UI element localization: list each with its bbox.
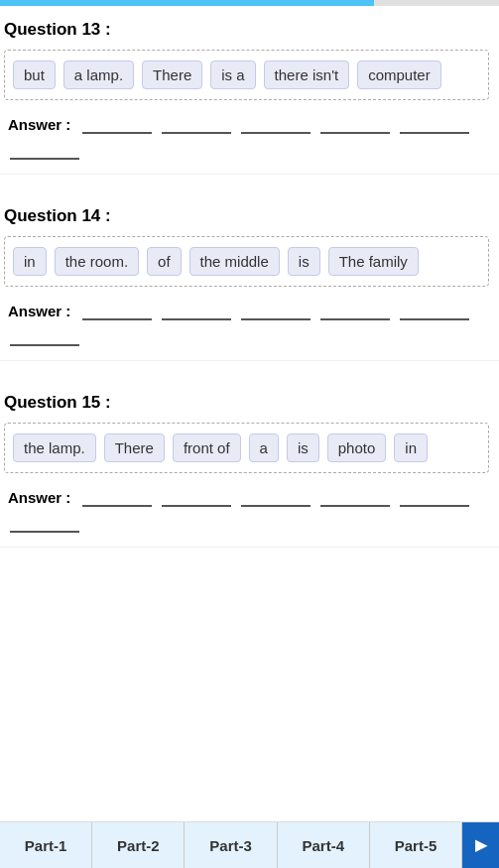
question-14-title: Question 14 : [4,206,489,226]
answer-14-blank-1[interactable] [82,301,152,320]
question-15-answer-row: Answer : [4,481,489,537]
answer-15-blank-5[interactable] [400,487,469,507]
word-tag[interactable]: photo [327,434,387,462]
word-tag[interactable]: the middle [189,247,280,276]
answer-14-blank-6[interactable] [10,326,79,346]
answer-13-blank-5[interactable] [400,114,469,134]
word-tag[interactable]: of [147,247,182,276]
answer-14-blank-2[interactable] [162,301,231,320]
word-tag[interactable]: a [249,434,279,462]
word-tag[interactable]: is [288,247,320,276]
question-15-title: Question 15 : [4,393,489,413]
nav-btn-part2[interactable]: Part-2 [92,822,185,868]
question-15-word-bank: the lamp. There front of a is photo in [4,423,489,473]
progress-bar-container [0,0,499,6]
answer-13-blank-2[interactable] [162,114,231,134]
answer-15-blank-6[interactable] [10,513,79,533]
question-13-word-bank: but a lamp. There is a there isn't compu… [4,50,489,100]
word-tag[interactable]: is [287,434,319,462]
question-13-block: Question 13 : but a lamp. There is a the… [0,6,499,175]
word-tag[interactable]: there isn't [264,61,350,89]
answer-15-blank-2[interactable] [162,487,231,507]
word-tag[interactable]: the room. [55,247,139,276]
answer-14-blank-5[interactable] [400,301,469,320]
question-15-block: Question 15 : the lamp. There front of a… [0,379,499,548]
word-tag[interactable]: in [13,247,47,276]
word-tag[interactable]: front of [173,434,241,462]
word-tag[interactable]: in [394,434,428,462]
answer-15-blank-3[interactable] [241,487,311,507]
question-13-title: Question 13 : [4,20,489,40]
answer-14-blank-3[interactable] [241,301,311,320]
word-tag[interactable]: There [142,61,202,89]
answer-15-label: Answer : [8,489,70,506]
answer-15-blank-1[interactable] [82,487,152,507]
answer-14-label: Answer : [8,303,70,319]
nav-btn-more[interactable]: ▶ [462,822,499,868]
answer-13-label: Answer : [8,116,70,133]
answer-13-blank-1[interactable] [82,114,152,134]
question-14-word-bank: in the room. of the middle is The family [4,236,489,287]
answer-13-blank-6[interactable] [10,140,79,160]
question-13-answer-row: Answer : [4,108,489,164]
answer-15-blank-4[interactable] [320,487,390,507]
nav-btn-part5[interactable]: Part-5 [370,822,462,868]
answer-14-blank-4[interactable] [320,301,390,320]
word-tag[interactable]: There [104,434,165,462]
question-14-block: Question 14 : in the room. of the middle… [0,192,499,361]
nav-btn-part4[interactable]: Part-4 [278,822,370,868]
progress-bar-fill [0,0,374,6]
word-tag[interactable]: The family [328,247,419,276]
word-tag[interactable]: computer [357,61,441,89]
question-14-answer-row: Answer : [4,295,489,350]
word-tag[interactable]: the lamp. [13,434,96,462]
word-tag[interactable]: a lamp. [63,61,134,89]
answer-13-blank-3[interactable] [241,114,311,134]
nav-btn-part1[interactable]: Part-1 [0,822,92,868]
bottom-nav: Part-1 Part-2 Part-3 Part-4 Part-5 ▶ [0,821,499,868]
word-tag[interactable]: is a [210,61,255,89]
nav-btn-part3[interactable]: Part-3 [185,822,277,868]
answer-13-blank-4[interactable] [320,114,390,134]
word-tag[interactable]: but [13,61,56,89]
